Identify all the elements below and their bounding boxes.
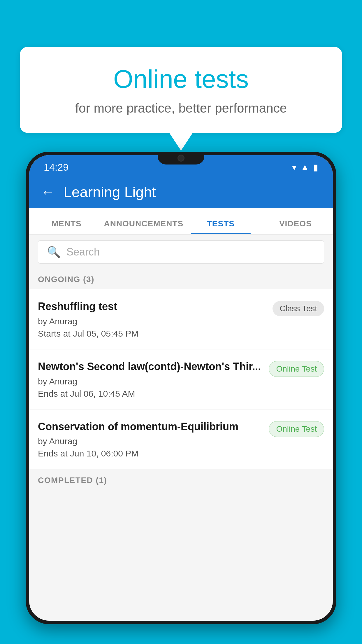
test-info: Newton's Second law(contd)-Newton's Thir… <box>38 360 263 399</box>
search-bar[interactable]: 🔍 Search <box>38 240 324 264</box>
speech-bubble: Online tests for more practice, better p… <box>20 47 342 133</box>
tabs-container: MENTS ANNOUNCEMENTS TESTS VIDEOS <box>29 208 333 235</box>
test-item[interactable]: Reshuffling test by Anurag Starts at Jul… <box>29 289 333 349</box>
test-item[interactable]: Conservation of momentum-Equilibrium by … <box>29 410 333 470</box>
search-placeholder: Search <box>66 246 100 258</box>
tab-ments[interactable]: MENTS <box>29 219 104 234</box>
test-time: Ends at Jul 06, 10:45 AM <box>38 389 263 399</box>
battery-icon: ▮ <box>313 162 318 172</box>
phone-side-btn-right <box>336 233 336 262</box>
status-time: 14:29 <box>44 162 68 173</box>
test-name: Newton's Second law(contd)-Newton's Thir… <box>38 360 263 374</box>
test-name: Reshuffling test <box>38 300 267 314</box>
phone-frame: 14:29 ▾ ▲ ▮ ← Learning Light MENTS ANNOU… <box>26 152 336 624</box>
tab-videos[interactable]: VIDEOS <box>258 219 333 234</box>
test-name: Conservation of momentum-Equilibrium <box>38 420 263 434</box>
search-icon: 🔍 <box>47 246 61 258</box>
test-author: by Anurag <box>38 316 267 326</box>
test-info: Reshuffling test by Anurag Starts at Jul… <box>38 300 267 339</box>
speech-bubble-section: Online tests for more practice, better p… <box>20 47 342 150</box>
test-badge-online: Online Test <box>269 361 324 377</box>
test-badge-class: Class Test <box>273 301 324 316</box>
phone-side-btn-left <box>26 239 26 257</box>
app-title: Learning Light <box>64 184 156 201</box>
phone-camera <box>178 155 184 162</box>
phone-notch <box>158 152 204 164</box>
tab-tests[interactable]: TESTS <box>183 219 258 234</box>
phone-container: 14:29 ▾ ▲ ▮ ← Learning Light MENTS ANNOU… <box>26 152 336 644</box>
test-author: by Anurag <box>38 377 263 386</box>
speech-bubble-subtitle: for more practice, better performance <box>40 101 322 116</box>
back-button[interactable]: ← <box>41 185 55 199</box>
tests-list: Reshuffling test by Anurag Starts at Jul… <box>29 289 333 469</box>
test-badge-online: Online Test <box>269 421 324 437</box>
phone-screen: 14:29 ▾ ▲ ▮ ← Learning Light MENTS ANNOU… <box>29 155 333 621</box>
test-info: Conservation of momentum-Equilibrium by … <box>38 420 263 459</box>
test-item[interactable]: Newton's Second law(contd)-Newton's Thir… <box>29 349 333 410</box>
test-time: Starts at Jul 05, 05:45 PM <box>38 329 267 339</box>
speech-bubble-title: Online tests <box>40 64 322 94</box>
signal-icon: ▲ <box>301 162 309 172</box>
search-container: 🔍 Search <box>29 235 333 270</box>
speech-bubble-arrow <box>169 133 193 150</box>
completed-section-header: COMPLETED (1) <box>29 470 333 490</box>
wifi-icon: ▾ <box>292 162 296 172</box>
ongoing-section-header: ONGOING (3) <box>29 270 333 289</box>
status-icons: ▾ ▲ ▮ <box>292 162 318 172</box>
tab-announcements[interactable]: ANNOUNCEMENTS <box>104 219 183 234</box>
test-time: Ends at Jun 10, 06:00 PM <box>38 449 263 459</box>
app-header: ← Learning Light <box>29 176 333 208</box>
test-author: by Anurag <box>38 436 263 446</box>
